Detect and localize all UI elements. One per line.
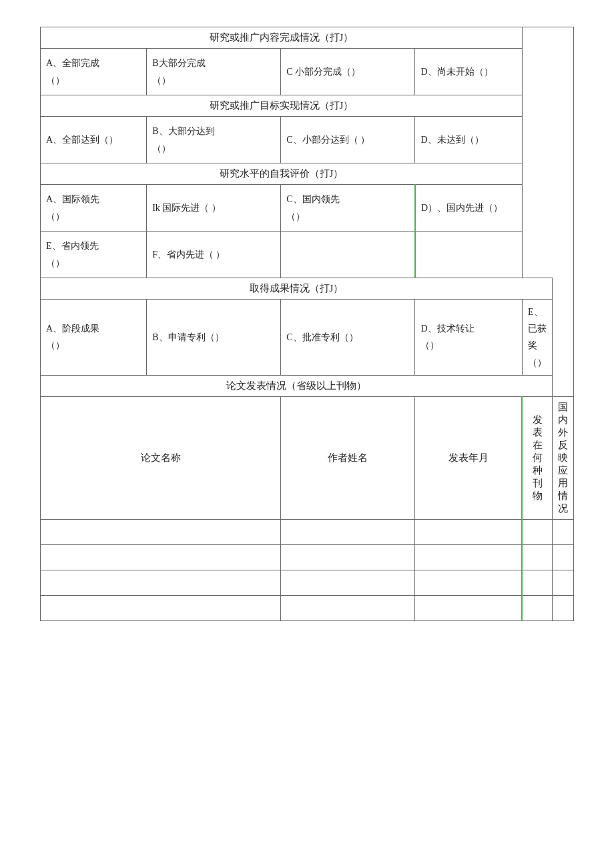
- section5-row3-date: [415, 570, 523, 595]
- section5-row2-response: [553, 544, 574, 570]
- section5-row1-response: [553, 519, 574, 544]
- section3-option-c: C、国内领先 （）: [281, 185, 415, 232]
- section3-option-b: Ik 国际先进（ ）: [147, 185, 281, 232]
- section4-option-c: C、批准专利（）: [281, 300, 415, 376]
- section5-row3-title: [41, 570, 281, 595]
- section5-row4-title: [41, 595, 281, 620]
- section5-row1-title: [41, 519, 281, 544]
- section2-header: 研究或推广目标实现情况（打J）: [41, 95, 523, 117]
- section5-row2-title: [41, 544, 281, 570]
- section5-row2-date: [415, 544, 523, 570]
- section3-option-e: E、省内领先 （）: [41, 232, 147, 278]
- section1-header: 研究或推广内容完成情况（打J）: [41, 27, 523, 49]
- section5-col-journal: 发表在何种刊物: [522, 396, 552, 519]
- section1-option-b: B大部分完成 （）: [147, 49, 281, 95]
- section5-col-response: 国内外反映应用情况: [553, 396, 574, 519]
- section5-row4-journal: [522, 595, 552, 620]
- section4-option-d: D、技术转让 （）: [415, 300, 523, 376]
- section5-row2-journal: [522, 544, 552, 570]
- section1-option-c: C 小部分完成（）: [281, 49, 415, 95]
- section5-col-author: 作者姓名: [281, 396, 415, 519]
- section5-header: 论文发表情况（省级以上刊物）: [41, 375, 553, 396]
- section5-row2-author: [281, 544, 415, 570]
- section4-option-b: B、申请专利（）: [147, 300, 281, 376]
- section2-option-c: C、小部分达到（ ）: [281, 117, 415, 163]
- section5-row4-response: [553, 595, 574, 620]
- section3-option-f: F、省内先进（ ）: [147, 232, 281, 278]
- section4-header: 取得成果情况（打J）: [41, 278, 553, 300]
- section2-option-d: D、未达到（）: [415, 117, 523, 163]
- section3-empty-d: [415, 232, 523, 278]
- section3-option-d: D）、国内先进（）: [415, 185, 523, 232]
- section5-row4-date: [415, 595, 523, 620]
- section5-row1-journal: [522, 519, 552, 544]
- section5-row4-author: [281, 595, 415, 620]
- section5-row1-author: [281, 519, 415, 544]
- section5-col-title: 论文名称: [41, 396, 281, 519]
- section5-col-date: 发表年月: [415, 396, 523, 519]
- section5-row1-date: [415, 519, 523, 544]
- section3-empty-c: [281, 232, 415, 278]
- section2-option-b: B、大部分达到 （）: [147, 117, 281, 163]
- section1-option-a: A、全部完成 （）: [41, 49, 147, 95]
- form-table: 研究或推广内容完成情况（打J） A、全部完成 （） B大部分完成 （） C 小部…: [40, 27, 574, 621]
- section3-header: 研究水平的自我评价（打J）: [41, 163, 523, 185]
- section5-row3-journal: [522, 570, 552, 595]
- section4-option-e: E、已获奖 （）: [522, 300, 552, 376]
- section2-option-a: A、全部达到（）: [41, 117, 147, 163]
- section5-row3-author: [281, 570, 415, 595]
- section3-option-a: A、国际领先 （）: [41, 185, 147, 232]
- section5-row3-response: [553, 570, 574, 595]
- section4-option-a: A、阶段成果 （）: [41, 300, 147, 376]
- section1-option-d: D、尚未开始（）: [415, 49, 523, 95]
